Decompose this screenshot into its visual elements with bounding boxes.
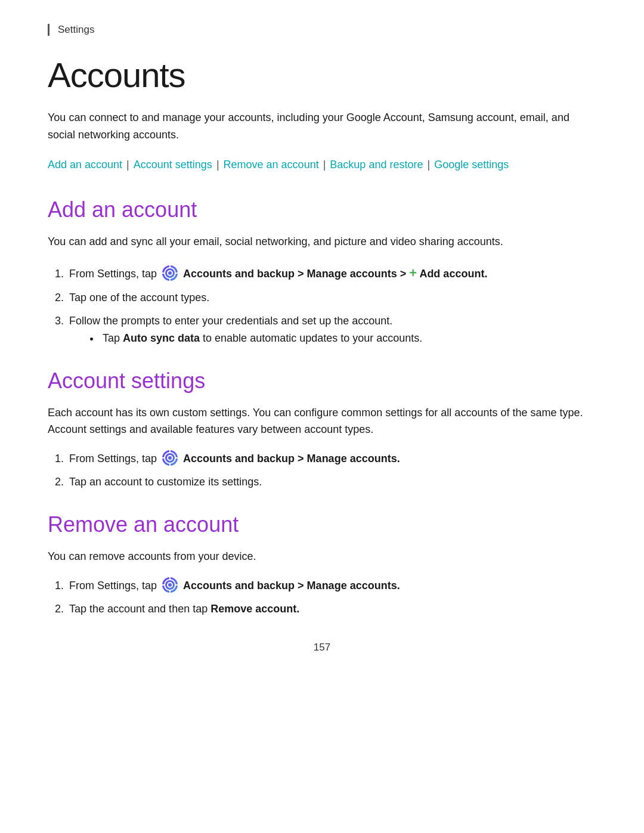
accounts-backup-icon-3 bbox=[162, 577, 178, 593]
section-account-settings: Account settings Each account has its ow… bbox=[48, 368, 596, 491]
remove-step-2: Tap the account and then tap Remove acco… bbox=[67, 600, 596, 618]
intro-text: You can connect to and manage your accou… bbox=[48, 109, 596, 144]
account-settings-steps: From Settings, tap bbox=[67, 450, 596, 491]
remove-account-bold: Remove account. bbox=[210, 603, 299, 615]
section-title-add: Add an account bbox=[48, 197, 596, 222]
remove-account-steps: From Settings, tap bbox=[67, 577, 596, 618]
section-desc-add: You can add and sync all your email, soc… bbox=[48, 233, 596, 250]
plus-icon: + bbox=[409, 265, 417, 280]
step3-text: Follow the prompts to enter your credent… bbox=[69, 315, 392, 327]
accounts-and-backup-icon bbox=[162, 265, 178, 281]
page-number: 157 bbox=[48, 642, 596, 654]
section-title-remove: Remove an account bbox=[48, 512, 596, 537]
section-desc-remove: You can remove accounts from your device… bbox=[48, 548, 596, 565]
add-account-steps: From Settings, tap bbox=[67, 262, 596, 347]
add-step-1: From Settings, tap bbox=[67, 262, 596, 283]
separator-3: | bbox=[320, 159, 329, 171]
remove-step-1: From Settings, tap bbox=[67, 577, 596, 594]
step1-text-before: From Settings, tap bbox=[69, 268, 160, 280]
settings-step-2: Tap an account to customize its settings… bbox=[67, 473, 596, 491]
nav-link-remove[interactable]: Remove an account bbox=[224, 159, 319, 171]
section-remove-account: Remove an account You can remove account… bbox=[48, 512, 596, 618]
remove-step2-plain: Tap the account and then tap bbox=[69, 603, 210, 615]
nav-link-backup[interactable]: Backup and restore bbox=[330, 159, 423, 171]
nav-link-add[interactable]: Add an account bbox=[48, 159, 122, 171]
autosync-bold: Auto sync data bbox=[123, 332, 200, 344]
add-step-3: Follow the prompts to enter your credent… bbox=[67, 312, 596, 347]
nav-link-settings[interactable]: Account settings bbox=[134, 159, 212, 171]
separator-2: | bbox=[213, 159, 222, 171]
settings-step-1: From Settings, tap bbox=[67, 450, 596, 467]
step1-bold-text: Accounts and backup > Manage accounts > bbox=[183, 268, 409, 280]
add-step-3-bullets: Tap Auto sync data to enable automatic u… bbox=[100, 330, 596, 347]
breadcrumb: Settings bbox=[48, 24, 596, 36]
settings-step1-before: From Settings, tap bbox=[69, 453, 160, 465]
settings-text: Settings bbox=[58, 24, 94, 35]
remove-step1-bold: Accounts and backup > Manage accounts. bbox=[183, 580, 400, 592]
accounts-backup-icon-2 bbox=[162, 450, 178, 466]
step1-add-account: Add account. bbox=[417, 268, 487, 280]
remove-step1-before: From Settings, tap bbox=[69, 580, 160, 592]
section-title-settings: Account settings bbox=[48, 368, 596, 394]
add-step-2: Tap one of the account types. bbox=[67, 289, 596, 306]
nav-link-google[interactable]: Google settings bbox=[434, 159, 509, 171]
settings-step2-text: Tap an account to customize its settings… bbox=[69, 476, 262, 488]
page-title: Accounts bbox=[48, 55, 596, 95]
nav-links: Add an account | Account settings | Remo… bbox=[48, 156, 596, 174]
separator-1: | bbox=[123, 159, 132, 171]
section-add-account: Add an account You can add and sync all … bbox=[48, 197, 596, 346]
bullet-autosync: Tap Auto sync data to enable automatic u… bbox=[100, 330, 596, 347]
step2-text: Tap one of the account types. bbox=[69, 292, 209, 304]
settings-step1-bold: Accounts and backup > Manage accounts. bbox=[183, 453, 400, 465]
separator-4: | bbox=[424, 159, 433, 171]
page-container: Settings Accounts You can connect to and… bbox=[0, 0, 644, 833]
section-desc-settings: Each account has its own custom settings… bbox=[48, 404, 596, 439]
